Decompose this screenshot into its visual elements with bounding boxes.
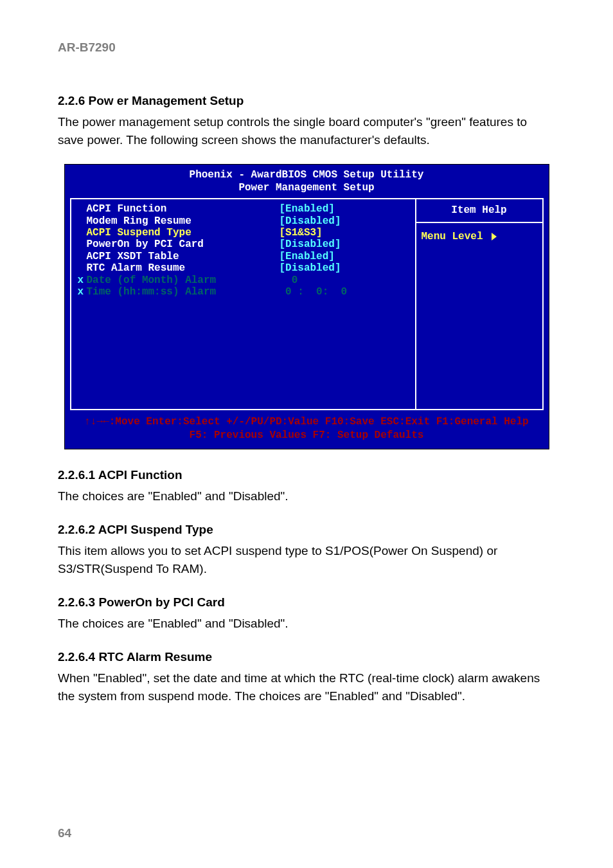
bios-row: PowerOn by PCI Card[Disabled] (78, 239, 409, 250)
disabled-mark-icon: x (78, 286, 87, 298)
subsection-heading: 2.2.6.1 ACPI Function (58, 466, 555, 484)
bios-row-value: 0 : 0: 0 (280, 286, 409, 298)
page-number: 64 (58, 824, 71, 842)
subsection-body: This item allows you to set ACPI suspend… (58, 542, 555, 577)
bios-help-pane: Item Help Menu Level (415, 198, 544, 410)
bios-row-value: 0 (280, 275, 409, 286)
bios-row-label: PowerOn by PCI Card (87, 239, 280, 250)
bios-row-value: [Disabled] (280, 239, 409, 250)
subsection-body: The choices are "Enabled" and "Disabled"… (58, 487, 555, 505)
bios-footer: ↑↓→←:Move Enter:Select +/-/PU/PD:Value F… (65, 410, 549, 449)
section-intro: The power management setup controls the … (58, 113, 555, 149)
bios-row-disabled: xTime (hh:mm:ss) Alarm 0 : 0: 0 (78, 286, 409, 298)
bios-row: ACPI Function[Enabled] (78, 203, 409, 215)
subsection-body: When "Enabled", set the date and time at… (58, 669, 555, 705)
triangle-right-icon (492, 233, 497, 240)
subsection-heading: 2.2.6.4 RTC Alarm Resume (58, 648, 555, 666)
bios-row-value: [Disabled] (280, 262, 409, 274)
bios-menu-level: Menu Level (416, 223, 542, 251)
bios-title-line2: Power Management Setup (65, 181, 549, 194)
bios-title-line1: Phoenix - AwardBIOS CMOS Setup Utility (65, 168, 549, 181)
bios-row: RTC Alarm Resume[Disabled] (78, 262, 409, 274)
section-heading: 2.2.6 Pow er Management Setup (58, 92, 555, 110)
bios-row: ACPI Suspend Type[S1&S3] (78, 227, 409, 239)
bios-row-value: [Enabled] (280, 203, 409, 215)
bios-screenshot: Phoenix - AwardBIOS CMOS Setup Utility P… (64, 164, 549, 449)
subsection-heading: 2.2.6.3 PowerOn by PCI Card (58, 593, 555, 611)
bios-row-label: Date (of Month) Alarm (87, 275, 280, 286)
bios-settings-pane: ACPI Function[Enabled] Modem Ring Resume… (70, 198, 415, 410)
bios-footer-line2: F5: Previous Values F7: Setup Defaults (67, 429, 546, 442)
bios-row-value: [Disabled] (280, 215, 409, 227)
doc-header: AR-B7290 (58, 39, 555, 57)
bios-row-label: Time (hh:mm:ss) Alarm (87, 286, 280, 298)
bios-row: ACPI XSDT Table[Enabled] (78, 251, 409, 262)
bios-row-label: Modem Ring Resume (87, 215, 280, 227)
bios-row-value: [Enabled] (280, 251, 409, 262)
bios-row-disabled: xDate (of Month) Alarm 0 (78, 275, 409, 286)
bios-row-label: ACPI Suspend Type (87, 227, 280, 239)
bios-row-label: ACPI XSDT Table (87, 251, 280, 262)
bios-footer-line1: ↑↓→←:Move Enter:Select +/-/PU/PD:Value F… (67, 415, 546, 429)
bios-menu-level-label: Menu Level (422, 231, 483, 242)
bios-row: Modem Ring Resume[Disabled] (78, 215, 409, 227)
bios-help-title: Item Help (416, 199, 542, 223)
bios-row-value-highlighted: [Enabled] (280, 203, 335, 215)
bios-row-label: RTC Alarm Resume (87, 262, 280, 274)
disabled-mark-icon: x (78, 275, 87, 286)
subsection-body: The choices are "Enabled" and "Disabled"… (58, 615, 555, 633)
bios-row-label: ACPI Function (87, 203, 280, 215)
bios-row-value: [S1&S3] (280, 227, 409, 239)
subsection-heading: 2.2.6.2 ACPI Suspend Type (58, 521, 555, 539)
bios-title: Phoenix - AwardBIOS CMOS Setup Utility P… (65, 165, 549, 195)
